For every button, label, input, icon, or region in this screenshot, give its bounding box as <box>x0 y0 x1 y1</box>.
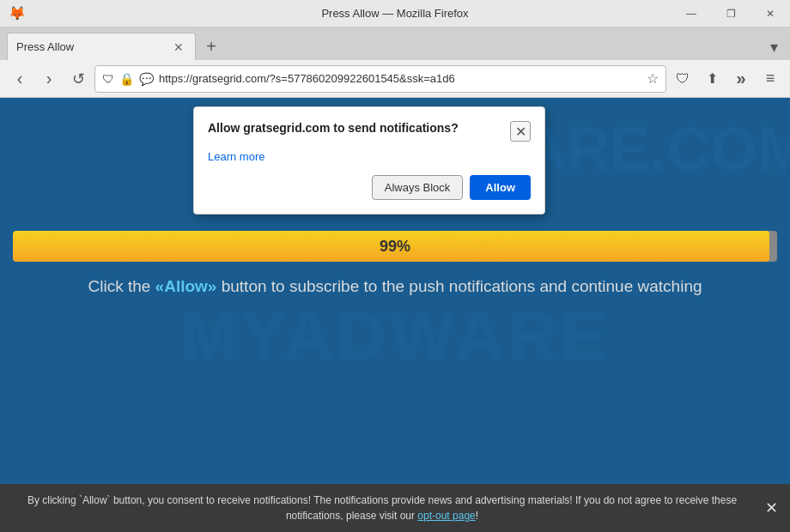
lock-icon: 🔒 <box>119 72 134 86</box>
progress-bar-container: 99% <box>13 231 777 262</box>
new-tab-button[interactable]: + <box>199 34 223 58</box>
forward-button[interactable]: › <box>36 66 62 92</box>
close-button[interactable]: ✕ <box>750 0 790 27</box>
firefox-logo-icon: 🦊 <box>9 5 26 22</box>
bottom-bar-close-icon[interactable]: ✕ <box>765 497 778 520</box>
active-tab[interactable]: Press Allow ✕ <box>7 33 196 60</box>
bottom-bar-text: By clicking `Allow` button, you consent … <box>27 494 737 522</box>
shield-button[interactable]: 🛡 <box>670 66 696 92</box>
shield-nav-icon: 🛡 <box>102 72 114 86</box>
url-text: https://gratsegrid.com/?s=57786020992260… <box>159 72 641 85</box>
tab-close-icon[interactable]: ✕ <box>171 39 186 55</box>
instruction-text: Click the «Allow» button to subscribe to… <box>13 277 777 296</box>
nav-icons-right: 🛡 ⬆ » ≡ <box>670 66 783 92</box>
browser-window: 🦊 Press Allow — Mozilla Firefox — ❐ ✕ Pr… <box>0 0 790 532</box>
notification-dialog: Allow gratsegrid.com to send notificatio… <box>193 106 545 215</box>
notification-icon: 💬 <box>139 72 154 86</box>
dialog-buttons: Always Block Allow <box>208 175 531 200</box>
minimize-button[interactable]: — <box>672 0 711 27</box>
address-bar[interactable]: 🛡 🔒 💬 https://gratsegrid.com/?s=57786020… <box>94 65 666 93</box>
dialog-header: Allow gratsegrid.com to send notificatio… <box>208 121 531 142</box>
dialog-title: Allow gratsegrid.com to send notificatio… <box>208 121 510 135</box>
bookmark-icon[interactable]: ☆ <box>647 70 659 87</box>
page-content: ADWARE.COM MYADWARE Allow gratsegrid.com… <box>0 98 790 532</box>
share-button[interactable]: ⬆ <box>699 66 725 92</box>
progress-section: 99% Click the «Allow» button to subscrib… <box>13 231 777 296</box>
tab-bar: Press Allow ✕ + ▾ <box>0 27 790 60</box>
allow-button[interactable]: Allow <box>470 175 531 200</box>
tab-menu-icon[interactable]: ▾ <box>765 38 783 57</box>
nav-bar: ‹ › ↺ 🛡 🔒 💬 https://gratsegrid.com/?s=57… <box>0 60 790 98</box>
always-block-button[interactable]: Always Block <box>372 175 464 200</box>
opt-out-link[interactable]: opt-out page <box>417 510 475 522</box>
bottom-notification-bar: By clicking `Allow` button, you consent … <box>0 484 790 532</box>
dialog-close-button[interactable]: ✕ <box>510 121 531 142</box>
watermark-center: MYADWARE <box>180 297 610 376</box>
tab-bar-right: ▾ <box>765 38 783 57</box>
tab-label: Press Allow <box>16 40 74 53</box>
reload-button[interactable]: ↺ <box>65 66 91 92</box>
progress-label: 99% <box>380 238 410 256</box>
window-controls: — ❐ ✕ <box>672 0 790 27</box>
window-title: Press Allow — Mozilla Firefox <box>321 7 468 20</box>
allow-highlight: «Allow» <box>155 277 217 295</box>
title-bar: 🦊 Press Allow — Mozilla Firefox — ❐ ✕ <box>0 0 790 27</box>
hamburger-button[interactable]: ≡ <box>757 66 783 92</box>
maximize-button[interactable]: ❐ <box>711 0 750 27</box>
learn-more-link[interactable]: Learn more <box>208 150 531 163</box>
back-button[interactable]: ‹ <box>7 66 33 92</box>
more-tools-button[interactable]: » <box>728 66 754 92</box>
